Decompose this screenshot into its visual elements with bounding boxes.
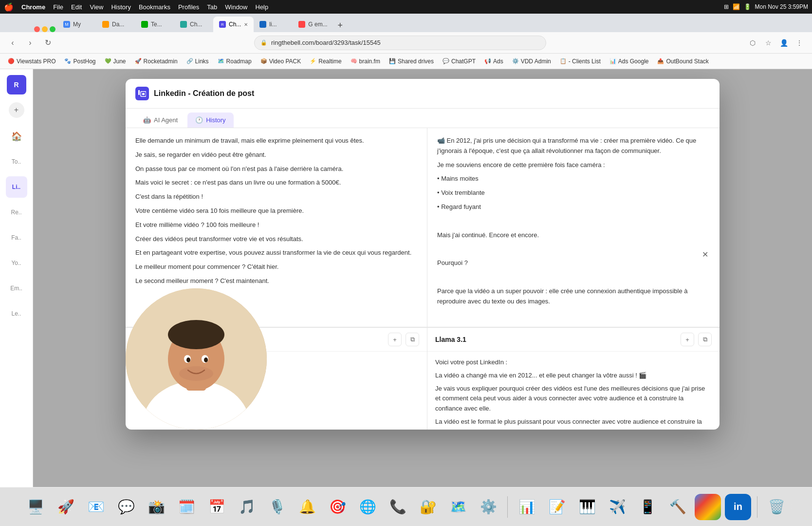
bookmark-links[interactable]: 🔗 Links	[183, 56, 213, 66]
dock-calendar[interactable]: 🗓️	[173, 494, 200, 520]
bookmark-shared-drives[interactable]: 💾 Shared drives	[385, 56, 438, 66]
right-card-add-btn[interactable]: +	[681, 333, 694, 346]
tab-3[interactable]: Te...	[135, 17, 174, 32]
tab-active[interactable]: R Ch... ✕	[213, 17, 254, 32]
dock-simulator[interactable]: 📱	[634, 494, 661, 520]
dock-settings[interactable]: ⚙️	[475, 494, 501, 520]
menu-edit[interactable]: Edit	[71, 3, 82, 11]
dock-xcode[interactable]: 🔨	[664, 494, 691, 520]
dock-music[interactable]: 🎵	[234, 494, 260, 520]
menu-profiles[interactable]: Profiles	[178, 3, 199, 11]
bookmark-star-icon[interactable]: ☆	[761, 36, 775, 50]
bookmark-vdd-admin[interactable]: ⚙️ VDD Admin	[508, 56, 555, 66]
tab-close-btn[interactable]: ✕	[244, 22, 248, 27]
bookmark-brainfm[interactable]: 🧠 brain.fm	[347, 56, 384, 66]
menu-file[interactable]: File	[53, 3, 63, 11]
tab-2[interactable]: Da...	[96, 17, 135, 32]
apple-menu[interactable]: 🍎	[4, 2, 14, 12]
right-card-copy-btn[interactable]: ⧉	[698, 333, 712, 346]
back-button[interactable]: ‹	[6, 36, 19, 50]
dock-safari[interactable]: 🌐	[354, 494, 381, 520]
more-icon[interactable]: ⋮	[793, 36, 806, 50]
fullscreen-window-btn[interactable]	[50, 26, 55, 32]
tab-label-5: li...	[269, 21, 287, 28]
sidebar-item-touch[interactable]: To..	[6, 151, 27, 172]
battery-icon[interactable]: 🔋	[744, 3, 751, 10]
sidebar-item-learn[interactable]: Le..	[6, 303, 27, 324]
sidebar-item-linkedin[interactable]: Li..	[6, 176, 27, 198]
main-content: Linkedin - Création de post ✕ 🤖 AI Agent…	[33, 69, 812, 487]
reload-button[interactable]: ↻	[41, 36, 55, 50]
minimize-window-btn[interactable]	[42, 26, 48, 32]
control-center-icon[interactable]: ⊞	[724, 3, 729, 10]
bookmark-posthog[interactable]: 🐾 PostHog	[60, 56, 99, 66]
bookmark-june[interactable]: 💚 June	[101, 56, 130, 66]
dock-testflight[interactable]: ✈️	[604, 494, 630, 520]
sidebar-item-youtube[interactable]: Yo..	[6, 252, 27, 274]
modal-close-button[interactable]: ✕	[698, 247, 712, 261]
bookmark-viewstats[interactable]: 🔴 Viewstats PRO	[4, 56, 59, 66]
dock-launchpad[interactable]: 🚀	[53, 494, 79, 520]
menu-chrome[interactable]: Chrome	[21, 3, 45, 11]
new-tab-button[interactable]: +	[333, 19, 347, 32]
sidebar-item-home[interactable]: 🏠	[6, 126, 27, 147]
dock-keynote[interactable]: 🎹	[574, 494, 600, 520]
sidebar-add-button[interactable]: +	[9, 102, 24, 118]
menu-view[interactable]: View	[90, 3, 103, 11]
forward-button[interactable]: ›	[23, 36, 37, 50]
tab-6[interactable]: G em...	[293, 17, 333, 32]
right-card-content[interactable]: Voici votre post LinkedIn : La vidéo a c…	[427, 352, 720, 430]
tab-1[interactable]: M My	[57, 17, 96, 32]
bookmark-videopack[interactable]: 📦 Video PACK	[257, 56, 305, 66]
sidebar-item-facebook[interactable]: Fa..	[6, 227, 27, 248]
sidebar-item-email[interactable]: Em..	[6, 278, 27, 299]
dock-reminders[interactable]: 📅	[203, 494, 230, 520]
profile-icon[interactable]: 👤	[777, 36, 791, 50]
right-para-8	[437, 244, 710, 254]
close-window-btn[interactable]	[34, 26, 40, 32]
bookmark-ads[interactable]: 📢 Ads	[480, 56, 507, 66]
bookmark-outbound[interactable]: 📤 OutBound Stack	[653, 56, 712, 66]
tab-ai-agent[interactable]: 🤖 AI Agent	[135, 113, 185, 128]
dock-messages[interactable]: 💬	[113, 494, 139, 520]
dock-chrome[interactable]	[695, 494, 721, 520]
dock-mail[interactable]: 📧	[83, 494, 109, 520]
modal-overlay: Linkedin - Création de post ✕ 🤖 AI Agent…	[33, 69, 812, 487]
bookmark-roadmap[interactable]: 🗺️ Roadmap	[214, 56, 256, 66]
tab-4[interactable]: Ch...	[174, 17, 213, 32]
dock-linkedin[interactable]: in	[725, 494, 751, 520]
bookmark-rocketadmin[interactable]: 🚀 Rocketadmin	[131, 56, 182, 66]
right-card-para-3: Je vais vous expliquer pourquoi créer de…	[435, 384, 712, 414]
tab-5[interactable]: li...	[254, 17, 293, 32]
sidebar-item-reddit[interactable]: Re..	[6, 202, 27, 223]
app-area: R + 🏠 To.. Li.. Re.. Fa.. Yo.. Em.. Le..	[0, 69, 812, 487]
menu-window[interactable]: Window	[225, 3, 247, 11]
bookmark-ads-google[interactable]: 📊 Ads Google	[606, 56, 653, 66]
dock-numbers[interactable]: 📊	[514, 494, 540, 520]
dock-maps[interactable]: 🗺️	[445, 494, 471, 520]
left-card-add-btn[interactable]: +	[388, 333, 402, 346]
menu-history[interactable]: History	[111, 3, 130, 11]
dock-facetime[interactable]: 📞	[385, 494, 411, 520]
tab-history[interactable]: 🕐 History	[187, 113, 233, 128]
address-field[interactable]: 🔒 ringthebell.com/board/3293/task/15545	[254, 36, 546, 50]
wifi-icon[interactable]: 📶	[733, 3, 740, 10]
chatgpt-icon: 💬	[443, 58, 449, 64]
dock-podcasts[interactable]: 🎙️	[264, 494, 290, 520]
dock-photos[interactable]: 📸	[143, 494, 169, 520]
menu-help[interactable]: Help	[256, 3, 269, 11]
bookmark-realtime[interactable]: ⚡ Realtime	[306, 56, 345, 66]
dock-target[interactable]: 🎯	[324, 494, 351, 520]
dock-pages[interactable]: 📝	[544, 494, 570, 520]
bookmark-clients-list[interactable]: 📋 - Clients List	[556, 56, 605, 66]
dock-security[interactable]: 🔐	[415, 494, 441, 520]
dock-finder[interactable]: 🖥️	[22, 494, 49, 520]
right-content-top[interactable]: 📹 En 2012, j'ai pris une décision qui a …	[427, 128, 720, 327]
left-card-copy-btn[interactable]: ⧉	[406, 333, 419, 346]
menu-bookmarks[interactable]: Bookmarks	[139, 3, 170, 11]
dock-trash[interactable]: 🗑️	[763, 494, 790, 520]
menu-tab[interactable]: Tab	[207, 3, 217, 11]
bookmark-chatgpt[interactable]: 💬 ChatGPT	[439, 56, 480, 66]
dock-notifications[interactable]: 🔔	[294, 494, 320, 520]
extensions-icon[interactable]: ⬡	[746, 36, 759, 50]
